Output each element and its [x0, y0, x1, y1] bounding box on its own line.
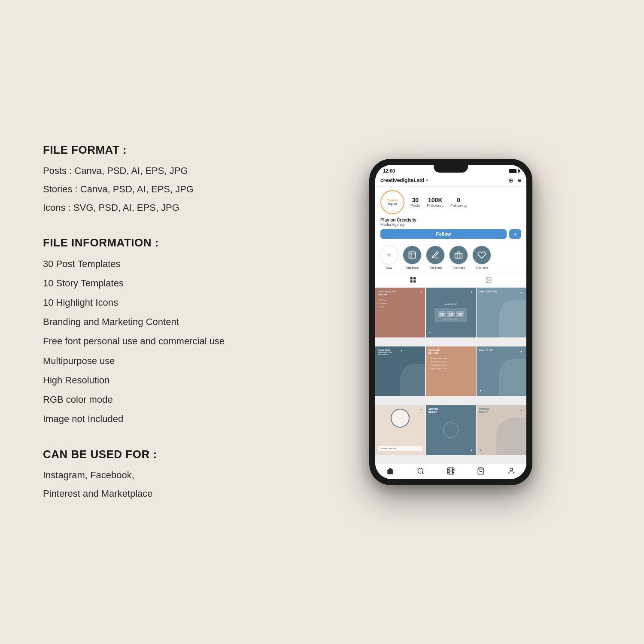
highlight-add-icon[interactable]: + [380, 246, 398, 264]
info-item-5: Multipurpose use [43, 353, 266, 368]
file-format-line-1: Posts : Canva, PSD, AI, EPS, JPG [43, 164, 266, 178]
phone-container: 12:00 creativedigital.std ▾ ⊕ [301, 159, 601, 485]
nav-home[interactable] [375, 467, 405, 475]
sparkle-icon-6: ✦ [479, 389, 482, 393]
grid-cell-5: BEAUTY TIPS ✦ ✦ [477, 346, 526, 396]
file-information-title: FILE INFORMATION : [43, 236, 266, 249]
grid-label-3c: WEEKENDS [378, 353, 388, 355]
nav-shop[interactable] [466, 467, 496, 475]
grid-figure-2 [499, 300, 526, 337]
grid-cell-4: SKINCARE ROUTINE Morning Facial Foam Ant… [426, 346, 476, 396]
grid-dot [428, 365, 430, 366]
sparkle-icon-3: ✦ [520, 291, 523, 295]
grid-cell-6: THERAPY AGENDA ✦ [375, 405, 425, 455]
grid-label-4b: ROUTINE [428, 352, 438, 355]
ig-stat-followers: 100K Followers [427, 197, 444, 208]
highlight-circle-4[interactable] [472, 246, 491, 264]
grid-figure-5 [499, 359, 526, 396]
tab-tagged[interactable] [451, 273, 526, 287]
following-count: 0 [450, 197, 467, 204]
svg-point-14 [510, 468, 513, 471]
info-item-3: Branding and Marketing Content [43, 314, 266, 329]
grid-dot [378, 299, 379, 301]
tab-grid[interactable] [375, 273, 451, 287]
sparkle-icon: ✦ [470, 290, 473, 294]
grid-label-1a: LAUNCH DAY [444, 303, 458, 306]
grid-cell-1: LAUNCH DAY 06 10 30 UP TO 30% OFF ✦ ✦ [426, 288, 476, 337]
svg-rect-0 [455, 253, 462, 258]
highlight-4[interactable]: Title Here [472, 246, 491, 269]
sparkle-icon-5: ✦ [520, 350, 523, 354]
grid-figure-3 [400, 364, 425, 396]
following-label: Following [450, 204, 467, 208]
ig-tabs [375, 273, 526, 288]
info-item-1: 10 Story Templates [43, 276, 266, 291]
countdown-1: 10 [447, 311, 455, 317]
can-be-used-line-1: Instagram, Facebook, [43, 468, 266, 482]
grid-dot [378, 306, 379, 307]
left-content: FILE FORMAT : Posts : Canva, PSD, AI, EP… [43, 143, 266, 501]
grid-bg-2: SKIN CONCERNS ✦ [477, 288, 526, 337]
phone-screen: 12:00 creativedigital.std ▾ ⊕ [375, 165, 526, 479]
nav-profile[interactable] [496, 467, 526, 475]
highlight-circle-2[interactable] [426, 246, 445, 264]
ig-bio: Play on Creativity Media Agency [380, 218, 521, 227]
ig-username: creativedigital.std [380, 177, 424, 183]
ig-highlights: + New Title Here Title Here [375, 242, 526, 273]
grid-cell-7: AMAZING RESULT ✦ ✦ [426, 405, 476, 455]
nav-search[interactable] [405, 467, 435, 475]
sparkle-icon-8: ✦ [470, 449, 473, 453]
grid-cell-0: DAILY SKINCARE ROUTINE Morning Evening [375, 288, 425, 337]
highlight-new-label: New [386, 266, 392, 269]
highlight-1[interactable]: Title Here [403, 246, 422, 269]
sparkle-icon: ✦ [419, 290, 422, 294]
ig-header: creativedigital.std ▾ ⊕ ≡ [375, 175, 526, 187]
grid-cell-2: SKIN CONCERNS ✦ [477, 288, 526, 337]
bio-name: Play on Creativity [380, 218, 521, 222]
sparkle-icon-4: ✦ [400, 349, 403, 353]
grid-bg-6: THERAPY AGENDA ✦ [375, 405, 425, 455]
info-item-0: 30 Post Templates [43, 256, 266, 271]
info-item-6: High Resolution [43, 373, 266, 388]
sparkle-icon-2: ✦ [428, 331, 431, 335]
highlight-new[interactable]: + New [380, 246, 398, 269]
grid-label-0b: ROUTINE [378, 293, 388, 296]
grid-label-8b: BEAUTY [479, 411, 488, 414]
chevron-down-icon[interactable]: ▾ [426, 178, 428, 182]
avatar-inner: Creative Digital [383, 192, 402, 212]
countdown-0: 06 [438, 311, 446, 317]
menu-icon[interactable]: ≡ [518, 177, 521, 184]
add-post-icon[interactable]: ⊕ [508, 177, 513, 184]
grid-list-item-0: Morning [378, 299, 386, 301]
highlight-circle-3[interactable] [449, 246, 468, 264]
highlight-3-label: Title Here [452, 266, 465, 269]
phone-notch [434, 165, 468, 173]
highlight-4-label: Title Here [475, 266, 488, 269]
grid-dot [428, 361, 430, 362]
nav-reels[interactable] [436, 467, 466, 475]
countdown-label: UP TO 30% OFF [438, 318, 464, 320]
phone-mockup: 12:00 creativedigital.std ▾ ⊕ [369, 159, 532, 485]
highlight-circle-1[interactable] [403, 246, 422, 264]
followers-label: Followers [427, 204, 444, 208]
info-item-2: 10 Highlight Icons [43, 295, 266, 310]
grid-list-4-1: Anti Breakout Serum [428, 361, 447, 363]
highlight-3[interactable]: Title Here [449, 246, 468, 269]
follow-dropdown-button[interactable]: ▾ [509, 229, 521, 239]
file-format-line-3: Icons : SVG, PSD, AI, EPS, JPG [43, 200, 266, 215]
file-information-section: FILE INFORMATION : 30 Post Templates 10 … [43, 236, 266, 427]
follow-button[interactable]: Follow [380, 229, 507, 239]
phone-time: 12:00 [383, 168, 395, 173]
grid-dot [428, 358, 430, 359]
grid-dot [428, 368, 430, 369]
grid-cell-3: SOCIAL MEDIA STAY BEAUTIFUL WEEKENDS ✦ [375, 346, 425, 396]
ig-stat-following: 0 Following [450, 197, 467, 208]
info-item-7: RGB color mode [43, 392, 266, 407]
grid-dot [378, 303, 379, 304]
grid-circle-7 [443, 422, 459, 438]
ig-follow-row: Follow ▾ [380, 229, 521, 239]
page-container: FILE FORMAT : Posts : Canva, PSD, AI, EP… [0, 0, 644, 644]
highlight-2[interactable]: Title Here [426, 246, 445, 269]
ig-grid: DAILY SKINCARE ROUTINE Morning Evening [375, 288, 526, 463]
file-format-title: FILE FORMAT : [43, 143, 266, 157]
